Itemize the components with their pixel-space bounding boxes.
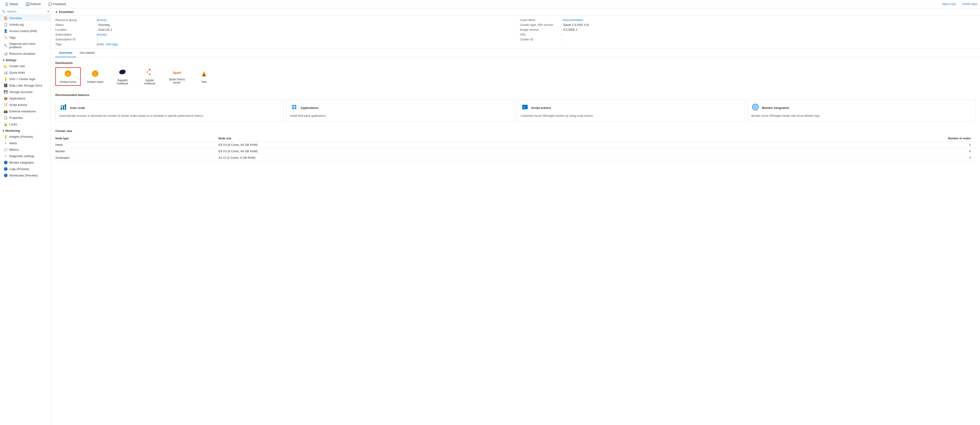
spark-history-icon: Spark: [173, 69, 181, 77]
cell-node-type: Worker: [55, 148, 218, 154]
cluster-id-label: Cluster ID: [520, 38, 562, 41]
sidebar-item-external-metastores[interactable]: 🗃️ External metastores: [0, 108, 51, 115]
dashboard-yarn[interactable]: Yarn: [191, 67, 217, 86]
ssh-icon: 💡: [4, 77, 7, 81]
svg-point-5: [149, 69, 151, 70]
learn-more-row: Learn More : Documentation: [520, 18, 975, 22]
feature-monitor-header: Monitor integration: [751, 103, 972, 112]
svg-text:⌂: ⌂: [94, 71, 97, 76]
refresh-button[interactable]: 🔄 Refresh: [24, 2, 43, 7]
svg-rect-17: [292, 107, 294, 109]
insights-icon: 💡: [4, 135, 7, 139]
dashboard-ambari-views[interactable]: ⌂ Ambari views: [83, 67, 108, 86]
monitor-integration-feature-desc: Monitor Azure HDInsight cluster with Azu…: [751, 114, 972, 118]
activity-log-icon: 📋: [4, 22, 7, 26]
sidebar-item-cluster-size[interactable]: 📐 Cluster size: [0, 63, 51, 69]
feature-applications[interactable]: Applications Install third party applica…: [286, 99, 514, 122]
resource-group-move-link[interactable]: move: [98, 18, 105, 22]
dashboards-section: Dashboards ⌂ Ambari home ⌂ Ambari views: [51, 58, 980, 89]
cluster-type-value: : Spark 2.4 (HDI 4.0): [562, 23, 589, 27]
sidebar-label-insights: Insights (Preview): [9, 135, 33, 139]
feature-monitor-integration[interactable]: Monitor integration Monitor Azure HDInsi…: [748, 99, 975, 122]
subscription-move-link[interactable]: move: [98, 33, 105, 36]
feedback-button[interactable]: 💬 Feedback: [46, 2, 68, 7]
sidebar-label-diagnose: Diagnose and solve problems: [9, 42, 48, 49]
settings-section-header[interactable]: ▾ Settings: [0, 57, 51, 63]
sidebar-item-alerts[interactable]: ▪ Alerts: [0, 140, 51, 146]
subscription-value: (move) :: [97, 33, 108, 36]
svg-point-4: [119, 69, 126, 75]
json-view-link[interactable]: JSON View: [962, 2, 977, 6]
cell-node-type: Zookeeper: [55, 154, 218, 161]
table-header-row: Node type Node size Number of nodes: [55, 136, 975, 142]
documentation-link[interactable]: Documentation: [563, 18, 583, 22]
jupyter-icon: [146, 68, 153, 77]
search-bar: 🔍 ✕ «: [0, 8, 51, 15]
sidebar-item-resource-visualizer[interactable]: 📊 Resource visualizer: [0, 50, 51, 57]
sidebar-item-insights[interactable]: 💡 Insights (Preview): [0, 133, 51, 140]
sidebar-item-monitor-integration[interactable]: 🔵 Monitor integration: [0, 159, 51, 166]
tags-value: (edit) : Add tags: [97, 42, 118, 46]
tags-edit-link[interactable]: edit: [98, 42, 103, 46]
metrics-icon: 📈: [4, 148, 7, 151]
monitoring-section-header[interactable]: ▾ Monitoring: [0, 127, 51, 133]
dashboard-zeppelin[interactable]: Zeppelin notebook: [110, 67, 135, 86]
feedback-icon: 💬: [48, 2, 52, 6]
sidebar-label-ssh: SSH + Cluster login: [9, 77, 35, 81]
essentials-right-col: Learn More : Documentation Cluster type,…: [515, 16, 980, 48]
cluster-size-title: Cluster size: [55, 129, 975, 133]
sidebar-label-activity-log: Activity log: [9, 23, 24, 26]
sidebar-item-ssh[interactable]: 💡 SSH + Cluster login: [0, 76, 51, 82]
sidebar-item-access-control[interactable]: 👤 Access control (IAM): [0, 28, 51, 34]
cell-node-size: E8 V3 (8 Cores, 64 GB RAM): [218, 141, 664, 148]
col-num-nodes: Number of nodes: [664, 136, 975, 142]
monitor-integration-icon: 🔵: [4, 161, 7, 164]
feature-auto-scale[interactable]: Auto scale Automatically increase or dec…: [55, 99, 283, 122]
dashboard-ambari-home[interactable]: ⌂ Ambari home: [55, 67, 81, 86]
tab-get-started[interactable]: Get started: [76, 49, 98, 57]
tags-icon: 🏷️: [4, 35, 7, 39]
dashboard-spark-history[interactable]: Spark Spark history server: [164, 67, 189, 86]
sidebar-item-tags[interactable]: 🏷️ Tags: [0, 34, 51, 41]
sidebar-item-logs[interactable]: 🔵 Logs (Preview): [0, 166, 51, 172]
sidebar-item-locks[interactable]: 🔒 Locks: [0, 121, 51, 127]
sidebar-item-activity-log[interactable]: 📋 Activity log: [0, 21, 51, 28]
sidebar-item-data-lake[interactable]: 🗄️ Data Lake Storage Gen1: [0, 82, 51, 89]
sidebar-label-quota-limits: Quota limits: [9, 71, 25, 74]
sidebar-item-diagnose[interactable]: 🔧 Diagnose and solve problems: [0, 41, 51, 50]
recommended-title: Recommended features: [55, 93, 975, 97]
sidebar-item-script-actions[interactable]: 📝 Script actions: [0, 102, 51, 108]
essentials-grid: Resource group (move) : Status : Running…: [51, 16, 980, 49]
dashboards-grid: ⌂ Ambari home ⌂ Ambari views Zeppelin no…: [55, 67, 975, 86]
table-row: Worker E8 V3 (8 Cores, 64 GB RAM) 4: [55, 148, 975, 154]
overview-icon: 🏠: [4, 16, 7, 20]
auto-scale-icon: [59, 103, 68, 112]
external-metastores-icon: 🗃️: [4, 109, 7, 113]
sidebar-item-diagnostic[interactable]: ▪ Diagnostic settings: [0, 153, 51, 159]
auto-scale-desc: Automatically increase or decrease the n…: [59, 114, 279, 118]
monitoring-chevron-icon: ▾: [3, 129, 4, 133]
sidebar-label-tags: Tags: [9, 36, 16, 39]
delete-button[interactable]: 🗑️ Delete: [3, 2, 20, 7]
sidebar-item-workbooks[interactable]: 🔵 Workbooks (Preview): [0, 172, 51, 179]
sidebar-item-quota-limits[interactable]: 📊 Quota limits: [0, 69, 51, 76]
close-icon[interactable]: ✕: [47, 10, 49, 13]
sidebar-label-properties: Properties: [9, 116, 23, 120]
sidebar-item-applications[interactable]: 📦 Applications: [0, 95, 51, 102]
tags-add-link[interactable]: Add tags: [106, 42, 118, 46]
search-input[interactable]: [7, 10, 46, 13]
feature-script-actions[interactable]: >_ Script actions Customize Azure HDInsi…: [517, 99, 745, 122]
tab-overview[interactable]: Overview: [55, 49, 76, 57]
sidebar-item-metrics[interactable]: 📈 Metrics: [0, 146, 51, 153]
cluster-type-row: Cluster type, HDI version : Spark 2.4 (H…: [520, 22, 975, 27]
sidebar-label-cluster-size: Cluster size: [9, 64, 25, 68]
dashboard-jupyter[interactable]: Jupyter notebook: [137, 67, 162, 86]
sidebar-item-overview[interactable]: 🏠 Overview: [0, 15, 51, 21]
sidebar-label-diagnostic: Diagnostic settings: [9, 154, 34, 158]
sidebar-item-storage-accounts[interactable]: 💾 Storage accounts: [0, 89, 51, 95]
feature-auto-scale-header: Auto scale: [59, 103, 279, 112]
applications-feature-title: Applications: [301, 106, 318, 110]
cluster-id-value: :: [562, 38, 563, 41]
view-cost-link[interactable]: View Cost: [942, 2, 955, 6]
sidebar-item-properties[interactable]: 📋 Properties: [0, 115, 51, 121]
